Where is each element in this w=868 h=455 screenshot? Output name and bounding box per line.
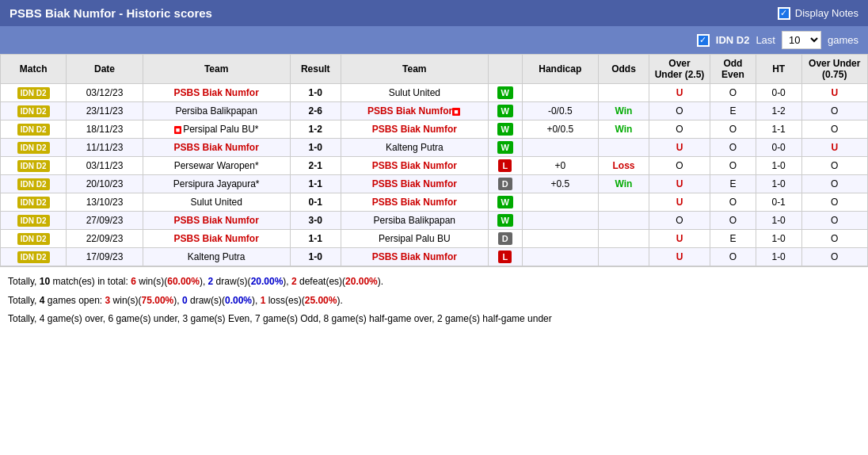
league-cell: IDN D2 <box>1 139 67 157</box>
ou075-cell: O <box>801 248 868 266</box>
ou075-cell: O <box>801 157 868 175</box>
col-header-result: Result <box>290 55 341 84</box>
open-wins-pct: 75.00% <box>142 295 174 306</box>
league-badge: IDN D2 <box>17 233 50 245</box>
team1-name: Persipal Palu BU* <box>183 124 258 135</box>
wl-badge: W <box>497 196 513 208</box>
table-row: IDN D211/11/23PSBS Biak Numfor1-0Kalteng… <box>1 139 868 157</box>
oe-cell: O <box>710 139 756 157</box>
wl-badge: W <box>497 105 513 117</box>
ou25-value: U <box>676 197 683 208</box>
table-row: IDN D203/11/23Persewar Waropen*2-1PSBS B… <box>1 157 868 175</box>
league-badge: IDN D2 <box>17 160 50 172</box>
display-notes-label: Display Notes <box>795 7 858 19</box>
ou25-cell: O <box>649 157 710 175</box>
ou25-cell: U <box>649 230 710 248</box>
ou25-value: U <box>676 233 683 244</box>
league-badge: IDN D2 <box>17 197 50 208</box>
draws-pct: 20.00% <box>251 276 284 287</box>
ht-cell: 0-1 <box>756 193 801 212</box>
league-cell: IDN D2 <box>1 230 67 248</box>
oe-cell: O <box>710 120 756 139</box>
ou075-cell: O <box>801 212 868 230</box>
odds-cell <box>598 193 649 212</box>
ou25-value: U <box>676 142 683 153</box>
odds-cell <box>598 139 649 157</box>
odds-cell <box>598 212 649 230</box>
games-select[interactable]: 10 5 15 20 25 <box>782 31 821 49</box>
team1-name: Kalteng Putra <box>188 251 246 262</box>
date-cell: 22/09/23 <box>67 230 143 248</box>
wl-badge: W <box>497 123 513 136</box>
team2-cell: PSBS Biak Numfor <box>341 193 488 212</box>
ou25-cell: U <box>649 175 710 193</box>
team2-name: PSBS Biak Numfor <box>367 105 452 117</box>
team2-name: PSBS Biak Numfor <box>372 251 457 262</box>
ht-cell: 1-0 <box>756 212 801 230</box>
team2-cell: PSBS Biak Numfor <box>341 120 488 139</box>
league-filter-label: IDN D2 <box>716 34 750 46</box>
handicap-cell <box>522 193 598 212</box>
col-header-team1: Team <box>143 55 290 84</box>
team1-name: PSBS Biak Numfor <box>173 142 258 153</box>
team2-cell: Persipal Palu BU <box>341 230 488 248</box>
league-badge: IDN D2 <box>17 87 50 99</box>
league-cell: IDN D2 <box>1 120 67 139</box>
main-container: PSBS Biak Numfor - Historic scores ✓ Dis… <box>0 0 868 336</box>
handicap-cell <box>522 248 598 266</box>
ou075-cell: O <box>801 102 868 120</box>
handicap-cell <box>522 84 598 102</box>
ou25-value: O <box>676 215 683 226</box>
ou25-cell: O <box>649 212 710 230</box>
league-checkbox[interactable]: ✓ <box>697 34 710 47</box>
games-label: games <box>828 34 858 46</box>
team2-name: PSBS Biak Numfor <box>372 160 457 171</box>
red-card-icon: ■ <box>452 108 459 116</box>
total-draws: 2 <box>208 276 214 287</box>
ou075-cell: O <box>801 120 868 139</box>
team1-cell: PSBS Biak Numfor <box>143 139 290 157</box>
odds-value: Win <box>615 105 633 117</box>
league-cell: IDN D2 <box>1 248 67 266</box>
summary-line-2: Totally, 4 games open: 3 win(s)(75.00%),… <box>8 292 860 310</box>
col-header-oe: Odd Even <box>710 55 756 84</box>
scores-table: Match Date Team Result Team Handicap Odd… <box>0 54 868 266</box>
result-cell: 1-2 <box>290 120 341 139</box>
wl-cell: W <box>488 102 522 120</box>
result-cell: 1-0 <box>290 84 341 102</box>
odds-cell <box>598 248 649 266</box>
ou25-cell: U <box>649 193 710 212</box>
team1-name: PSBS Biak Numfor <box>173 215 258 226</box>
wl-cell: L <box>488 248 522 266</box>
open-draws-pct: 0.00% <box>225 295 252 306</box>
col-header-match: Match <box>1 55 67 84</box>
result-cell: 0-1 <box>290 193 341 212</box>
ht-cell: 1-0 <box>756 175 801 193</box>
date-cell: 20/10/23 <box>67 175 143 193</box>
wl-cell: W <box>488 139 522 157</box>
ou075-value: O <box>831 233 838 244</box>
team1-name: Persewar Waropen* <box>174 160 259 171</box>
display-notes-checkbox[interactable]: ✓ <box>778 7 790 20</box>
ou075-value: O <box>831 251 838 262</box>
odds-cell: Loss <box>598 157 649 175</box>
open-wins: 3 <box>105 295 111 306</box>
oe-cell: O <box>710 157 756 175</box>
wl-cell: W <box>488 193 522 212</box>
ou25-value: O <box>676 124 683 135</box>
league-cell: IDN D2 <box>1 102 67 120</box>
wl-cell: L <box>488 157 522 175</box>
team2-name: PSBS Biak Numfor <box>372 124 457 135</box>
ou25-value: U <box>676 178 683 189</box>
ou075-value: O <box>831 215 838 226</box>
table-row: IDN D220/10/23Persipura Jayapura*1-1PSBS… <box>1 175 868 193</box>
ou25-value: U <box>676 251 683 262</box>
ou075-cell: U <box>801 139 868 157</box>
ou075-value: O <box>831 178 838 189</box>
table-row: IDN D203/12/23PSBS Biak Numfor1-0Sulut U… <box>1 84 868 102</box>
wl-badge: W <box>497 86 513 99</box>
team2-cell: PSBS Biak Numfor <box>341 175 488 193</box>
table-row: IDN D223/11/23Persiba Balikpapan2-6PSBS … <box>1 102 868 120</box>
wl-cell: D <box>488 175 522 193</box>
open-draws: 0 <box>182 295 188 306</box>
